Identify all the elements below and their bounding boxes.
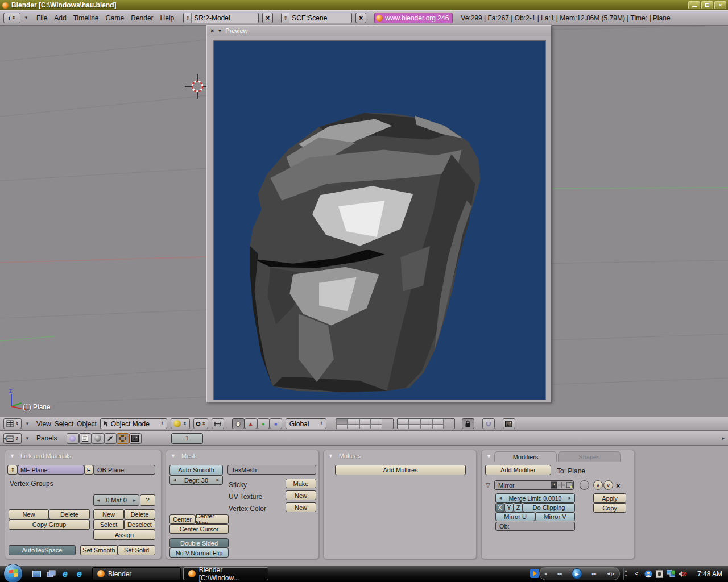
toolbar-resize-handle[interactable]: ▴▾ bbox=[623, 568, 628, 580]
merge-limit-field[interactable]: ◄ Merge Limit: 0.0010 ► bbox=[495, 493, 575, 503]
layer-grid-1[interactable] bbox=[336, 418, 394, 429]
modifier-move-down-button[interactable]: ∨ bbox=[603, 480, 613, 490]
media-toolbar[interactable]: ■ ◂◂ ▶ ▸▸ ◄)▾ bbox=[539, 567, 620, 580]
layer-button[interactable] bbox=[359, 419, 371, 425]
degr-field[interactable]: ◄ Degr: 30 ► bbox=[169, 475, 223, 485]
panels-menu[interactable]: Panels bbox=[36, 434, 57, 442]
manipulator-rotate-button[interactable]: ● bbox=[257, 418, 270, 429]
menu-render[interactable]: Render bbox=[131, 14, 153, 22]
orientation-selector[interactable]: Global ⇕ bbox=[286, 418, 326, 429]
media-player-icon[interactable] bbox=[530, 569, 539, 578]
assign-button[interactable]: Assign bbox=[93, 530, 155, 540]
frame-decrement-icon[interactable]: ◄ bbox=[2, 436, 7, 441]
menu-select[interactable]: Select bbox=[55, 420, 73, 428]
auto-smooth-toggle[interactable]: Auto Smooth bbox=[169, 465, 223, 475]
manipulator-translate-button[interactable]: ▲ bbox=[245, 418, 257, 429]
mirror-axis-y-toggle[interactable]: Y bbox=[504, 503, 514, 512]
security-tray-icon[interactable] bbox=[655, 569, 664, 578]
frame-number-field[interactable]: ◄ 1 ► bbox=[171, 433, 203, 444]
layer-button[interactable] bbox=[432, 419, 444, 425]
play-icon[interactable]: ▶ bbox=[572, 568, 582, 579]
mesh-name-field[interactable]: ME:Plane bbox=[18, 465, 84, 475]
pivot-button[interactable]: Ω ⇕ bbox=[193, 418, 208, 429]
mirror-v-toggle[interactable]: Mirror V bbox=[535, 512, 575, 521]
menu-add[interactable]: Add bbox=[54, 14, 66, 22]
manipulator-scale-button[interactable]: ■ bbox=[270, 418, 282, 429]
v3d-collapse-icon[interactable]: ▼ bbox=[25, 421, 30, 426]
modifier-apply-button[interactable]: Apply bbox=[593, 493, 626, 503]
set-smooth-button[interactable]: Set Smooth bbox=[80, 545, 118, 555]
double-sided-toggle[interactable]: Double Sided bbox=[169, 538, 229, 548]
window-switcher-icon[interactable] bbox=[46, 569, 56, 579]
add-modifier-button[interactable]: Add Modifier bbox=[485, 465, 551, 475]
mesh-browse-button[interactable]: ⇕ bbox=[7, 465, 18, 475]
layer-button[interactable] bbox=[348, 419, 359, 425]
layer-button[interactable] bbox=[409, 425, 420, 430]
texmesh-field[interactable]: TexMesh: bbox=[228, 465, 316, 475]
layer-button[interactable] bbox=[409, 419, 420, 425]
layer-button[interactable] bbox=[421, 425, 432, 430]
mode-selector[interactable]: Object Mode ⇕ bbox=[100, 418, 167, 429]
close-button[interactable]: × bbox=[714, 1, 726, 9]
volume-icon[interactable]: ◄)▾ bbox=[606, 571, 615, 576]
vertex-color-new-button[interactable]: New bbox=[286, 502, 316, 512]
menu-help[interactable]: Help bbox=[160, 14, 175, 22]
stop-icon[interactable]: ■ bbox=[545, 571, 548, 576]
panel-collapse-icon[interactable]: ▼ bbox=[171, 453, 176, 459]
show-desktop-icon[interactable] bbox=[32, 569, 42, 579]
center-new-button[interactable]: Center New bbox=[195, 514, 229, 524]
script-buttons-button[interactable] bbox=[79, 433, 92, 444]
internet-explorer-icon[interactable]: e bbox=[60, 569, 70, 579]
next-icon[interactable]: ▸▸ bbox=[592, 571, 597, 576]
tab-modifiers[interactable]: Modifiers bbox=[494, 451, 557, 462]
layer-button[interactable] bbox=[371, 419, 382, 425]
layer-button[interactable] bbox=[421, 419, 432, 425]
panel-collapse-icon[interactable]: ▼ bbox=[328, 453, 333, 459]
snap-button[interactable] bbox=[482, 418, 495, 429]
material-help-button[interactable]: ? bbox=[140, 494, 155, 506]
sticky-make-button[interactable]: Make bbox=[286, 479, 316, 488]
logic-buttons-button[interactable] bbox=[67, 433, 79, 444]
menu-file[interactable]: File bbox=[36, 14, 47, 22]
center-cursor-button[interactable]: Center Cursor bbox=[169, 524, 229, 534]
preview-panel-header[interactable]: × ▼ Preview bbox=[207, 26, 551, 36]
modifier-move-up-button[interactable]: ∧ bbox=[593, 480, 603, 490]
mirror-axis-z-toggle[interactable]: Z bbox=[514, 503, 523, 512]
editing-buttons-button[interactable] bbox=[117, 433, 129, 444]
frame-increment-icon[interactable]: ► bbox=[721, 436, 726, 441]
layer-button[interactable] bbox=[336, 419, 348, 425]
restore-button[interactable] bbox=[701, 1, 713, 9]
messenger-tray-icon[interactable] bbox=[644, 569, 652, 578]
material-index-field[interactable]: ◄ 0 Mat 0 ► bbox=[93, 494, 139, 506]
viewport-type-button[interactable]: ⇕ bbox=[3, 418, 22, 429]
panel-collapse-icon[interactable]: ▼ bbox=[10, 453, 15, 459]
menu-view[interactable]: View bbox=[36, 420, 51, 428]
internet-explorer-icon[interactable]: e bbox=[75, 569, 84, 579]
layer-button[interactable] bbox=[398, 419, 409, 425]
vgroup-delete-button[interactable]: Delete bbox=[49, 509, 90, 519]
set-solid-button[interactable]: Set Solid bbox=[118, 545, 155, 555]
layer-button[interactable] bbox=[432, 425, 444, 430]
window-titlebar[interactable]: Blender [C:\Windows\hau.blend] × bbox=[0, 0, 728, 10]
scene-selector[interactable]: ⇕ SCE:Scene bbox=[281, 13, 352, 23]
menu-timeline[interactable]: Timeline bbox=[73, 14, 99, 22]
header-collapse-icon[interactable]: ▼ bbox=[24, 15, 28, 20]
preview-panel[interactable]: × ▼ Preview bbox=[206, 25, 552, 402]
add-multires-button[interactable]: Add Multires bbox=[335, 465, 466, 475]
do-clipping-toggle[interactable]: Do Clipping bbox=[523, 503, 575, 512]
buttons-collapse-icon[interactable]: ▼ bbox=[25, 436, 30, 441]
panel-collapse-icon[interactable]: ▼ bbox=[486, 454, 491, 459]
screen-selector-spinner-icon[interactable]: ⇕ bbox=[184, 13, 192, 23]
start-button[interactable] bbox=[3, 564, 23, 582]
menu-game[interactable]: Game bbox=[106, 14, 125, 22]
fake-user-button[interactable]: F bbox=[84, 465, 93, 475]
taskbar-task-blender-active[interactable]: Blender [C:\Window... bbox=[183, 567, 268, 580]
lock-button[interactable] bbox=[462, 418, 474, 429]
scene-delete-button[interactable]: × bbox=[355, 13, 366, 23]
object-buttons-button[interactable] bbox=[104, 433, 117, 444]
version-banner[interactable]: www.blender.org 246 bbox=[374, 13, 453, 23]
select-button[interactable]: Select bbox=[93, 519, 124, 530]
render-preview-button[interactable] bbox=[503, 418, 515, 429]
autotexspace-toggle[interactable]: AutoTexSpace bbox=[9, 545, 76, 555]
taskbar-task-blender[interactable]: Blender bbox=[92, 567, 181, 580]
